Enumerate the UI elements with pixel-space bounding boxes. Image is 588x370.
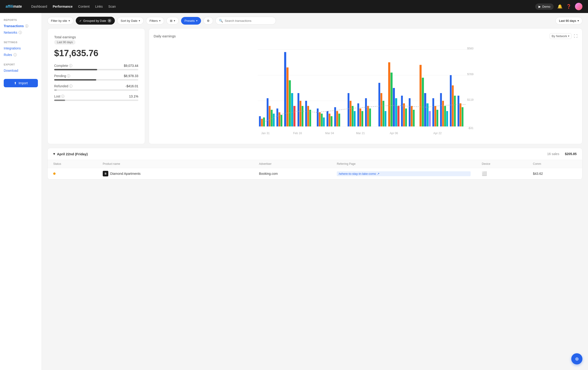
svg-rect-58	[401, 96, 403, 127]
table-row: B Diamond Apartments Booking.com /where-…	[48, 168, 582, 180]
chevron-down-icon: ▾	[174, 19, 175, 22]
expand-icon[interactable]: ⛶	[574, 34, 578, 38]
sidebar-item-transactions[interactable]: Transactions i	[4, 23, 38, 29]
svg-rect-60	[405, 108, 407, 126]
earnings-row-pending: Pending i $8,978.33	[54, 74, 138, 80]
help-fab-button[interactable]: ⊕	[571, 353, 582, 364]
svg-rect-36	[334, 107, 336, 127]
chevron-down-icon[interactable]: ▾	[53, 152, 55, 156]
avatar[interactable]	[575, 3, 582, 10]
help-icon[interactable]: ❓	[566, 4, 571, 9]
commission-cell: $43.62	[527, 168, 582, 180]
transactions-summary: 16 sales $205.85	[547, 152, 577, 156]
svg-rect-28	[309, 110, 311, 127]
networks-info-icon[interactable]: i	[19, 31, 22, 34]
svg-rect-20	[289, 80, 291, 127]
svg-rect-68	[429, 111, 431, 126]
sidebar-item-integrations[interactable]: Integrations	[4, 46, 38, 51]
transactions-info-icon[interactable]: i	[25, 24, 28, 28]
svg-rect-70	[434, 106, 436, 126]
columns-button[interactable]: ⊞ ▾	[166, 17, 179, 25]
svg-rect-61	[409, 98, 411, 127]
chevron-down-icon: ▾	[159, 19, 161, 22]
nav-links[interactable]: Links	[95, 5, 103, 8]
complete-info-icon[interactable]: i	[69, 64, 72, 67]
page-link[interactable]: /where-to-stay-in-lake-como ↗	[337, 171, 471, 176]
close-icon[interactable]: ✕	[108, 19, 111, 22]
col-advertiser: Advertiser	[253, 160, 331, 168]
svg-rect-55	[393, 88, 395, 127]
lost-info-icon[interactable]: i	[61, 95, 64, 98]
status-cell	[48, 168, 97, 180]
table-body: B Diamond Apartments Booking.com /where-…	[48, 168, 582, 180]
svg-rect-65	[422, 78, 424, 127]
svg-rect-50	[380, 93, 382, 127]
svg-rect-79	[458, 96, 460, 127]
demo-button[interactable]: ▶ Demo	[535, 3, 554, 10]
col-status: Status	[48, 160, 97, 168]
help-fab-icon: ⊕	[575, 356, 579, 362]
nav-content[interactable]: Content	[78, 5, 89, 8]
svg-rect-32	[323, 118, 325, 127]
transactions-section: ▾ April 22nd (Friday) 16 sales $205.85 S…	[47, 148, 582, 180]
advertiser-logo-icon: B	[103, 171, 108, 176]
sort-by-date-button[interactable]: Sort by Date ▾	[117, 17, 144, 25]
svg-rect-53	[388, 62, 390, 126]
layout: REPORTS Transactions i Networks i SETTIN…	[0, 13, 588, 370]
complete-progress-bg	[54, 69, 138, 70]
bell-icon[interactable]: 🔔	[557, 4, 562, 9]
sidebar-item-networks[interactable]: Networks i	[4, 30, 38, 35]
nav-performance[interactable]: Performance	[53, 5, 73, 8]
svg-text:-$31: -$31	[468, 127, 474, 130]
search-input[interactable]	[225, 19, 272, 22]
svg-rect-16	[278, 112, 280, 127]
svg-rect-19	[287, 68, 289, 127]
svg-rect-71	[436, 110, 438, 127]
pending-info-icon[interactable]: i	[67, 74, 70, 78]
earnings-card-title: Total earnings	[54, 35, 138, 39]
video-icon: ▶	[538, 5, 541, 8]
content-grid: Total earnings Last 90 days $17,635.76 C…	[47, 28, 582, 144]
date-range-button[interactable]: Last 90 days ▾	[556, 17, 582, 25]
svg-rect-80	[460, 103, 462, 126]
earnings-card: Total earnings Last 90 days $17,635.76 C…	[47, 28, 145, 144]
svg-rect-24	[300, 101, 301, 127]
sidebar-item-download[interactable]: Download	[4, 68, 38, 73]
filters-button[interactable]: Filters ▾	[146, 17, 164, 25]
adjust-icon-button[interactable]: ⚙	[203, 17, 213, 25]
lost-progress-bg	[54, 100, 138, 101]
svg-rect-48	[369, 108, 371, 126]
pending-value: $8,978.33	[124, 74, 138, 78]
columns-icon: ⊞	[170, 19, 172, 22]
refunded-progress-fill	[54, 89, 57, 91]
topnav: affilimate Dashboard Performance Content…	[0, 0, 588, 13]
complete-value: $9,073.44	[124, 64, 138, 68]
svg-rect-31	[321, 113, 323, 126]
rules-info-icon[interactable]: i	[13, 53, 17, 56]
search-box[interactable]: 🔍	[215, 17, 276, 25]
nav-scan[interactable]: Scan	[108, 5, 116, 8]
filter-by-site-button[interactable]: Filter by site ▾	[47, 17, 74, 25]
grouped-by-date-button[interactable]: ✓ Grouped by Date ✕	[76, 17, 115, 25]
logo[interactable]: affilimate	[6, 4, 22, 9]
chart-card: Daily earnings By Network ▾ ⛶ $560 $	[149, 28, 582, 144]
svg-rect-75	[446, 111, 448, 126]
refunded-info-icon[interactable]: i	[69, 84, 73, 88]
pending-progress-bg	[54, 79, 138, 80]
sidebar-item-rules[interactable]: Rules i	[4, 52, 38, 58]
check-icon: ✓	[79, 19, 82, 22]
svg-rect-46	[365, 98, 367, 127]
pending-label: Pending i	[54, 74, 70, 78]
presets-button[interactable]: Presets ▾	[181, 17, 201, 25]
search-icon: 🔍	[219, 19, 223, 22]
nav-dashboard[interactable]: Dashboard	[31, 5, 47, 8]
svg-rect-45	[361, 111, 363, 126]
svg-rect-21	[291, 93, 293, 127]
import-button[interactable]: ⬆ Import	[4, 79, 38, 87]
filter-bar: Filter by site ▾ ✓ Grouped by Date ✕ Sor…	[47, 17, 582, 25]
svg-text:Apr 06: Apr 06	[390, 132, 398, 135]
chevron-down-icon: ▾	[578, 19, 579, 22]
svg-rect-62	[411, 106, 413, 126]
earnings-period-badge: Last 90 days	[54, 40, 75, 45]
by-network-button[interactable]: By Network ▾	[550, 33, 571, 39]
